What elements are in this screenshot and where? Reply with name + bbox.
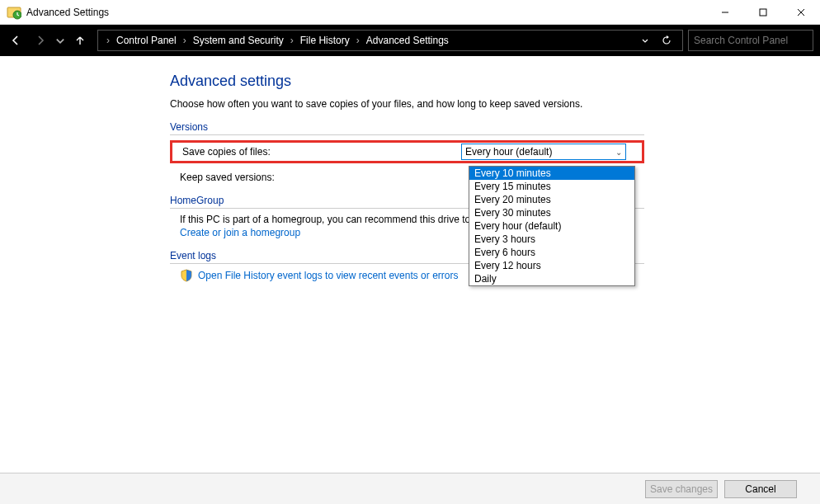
chevron-right-icon: › <box>353 35 363 46</box>
dropdown-option[interactable]: Every 6 hours <box>469 246 634 259</box>
chevron-right-icon[interactable]: › <box>103 35 113 46</box>
close-button[interactable] <box>782 0 820 24</box>
search-box[interactable] <box>688 30 813 51</box>
search-input[interactable] <box>689 35 820 46</box>
bottom-bar: Save changes Cancel <box>0 473 820 504</box>
title-bar: Advanced Settings <box>0 0 820 25</box>
save-copies-row: Save copies of files: Every hour (defaul… <box>170 140 644 163</box>
save-copies-select[interactable]: Every hour (default) ⌄ <box>461 144 626 160</box>
save-copies-dropdown-list[interactable]: Every 10 minutesEvery 15 minutesEvery 20… <box>469 166 635 286</box>
window-title: Advanced Settings <box>26 7 706 18</box>
breadcrumb-segment[interactable]: Advanced Settings <box>363 35 452 46</box>
shield-icon <box>180 269 193 282</box>
chevron-right-icon: › <box>180 35 190 46</box>
dropdown-option[interactable]: Daily <box>469 272 634 285</box>
chevron-right-icon: › <box>287 35 297 46</box>
save-changes-button[interactable]: Save changes <box>645 480 718 498</box>
recent-locations-dropdown[interactable] <box>53 28 68 53</box>
content-area: Advanced settings Choose how often you w… <box>0 56 820 473</box>
dropdown-option[interactable]: Every hour (default) <box>469 219 634 233</box>
cancel-button[interactable]: Cancel <box>724 480 797 498</box>
breadcrumb-segment[interactable]: Control Panel <box>113 35 180 46</box>
dropdown-option[interactable]: Every 12 hours <box>469 259 634 272</box>
dropdown-option[interactable]: Every 30 minutes <box>469 206 634 219</box>
eventlogs-link[interactable]: Open File History event logs to view rec… <box>198 270 458 281</box>
navigation-bar: › Control Panel › System and Security › … <box>0 25 820 56</box>
svg-rect-3 <box>760 9 766 16</box>
breadcrumb[interactable]: › Control Panel › System and Security › … <box>97 30 683 51</box>
dropdown-option[interactable]: Every 15 minutes <box>469 180 634 193</box>
page-description: Choose how often you want to save copies… <box>170 98 820 110</box>
file-history-icon <box>7 5 21 20</box>
dropdown-option[interactable]: Every 3 hours <box>469 233 634 246</box>
minimize-button[interactable] <box>706 0 744 24</box>
keep-versions-label: Keep saved versions: <box>170 172 459 183</box>
save-copies-label: Save copies of files: <box>172 146 461 158</box>
save-copies-value: Every hour (default) <box>465 146 552 158</box>
refresh-button[interactable] <box>656 30 677 51</box>
breadcrumb-segment[interactable]: System and Security <box>190 35 287 46</box>
breadcrumb-segment[interactable]: File History <box>297 35 353 46</box>
page-title: Advanced settings <box>170 73 820 90</box>
address-dropdown-button[interactable] <box>634 30 656 51</box>
up-button[interactable] <box>68 28 92 53</box>
dropdown-option[interactable]: Every 20 minutes <box>469 193 634 206</box>
chevron-down-icon: ⌄ <box>615 148 622 157</box>
section-header-versions: Versions <box>170 121 644 135</box>
back-button[interactable] <box>3 28 28 53</box>
maximize-button[interactable] <box>744 0 782 24</box>
forward-button[interactable] <box>28 28 53 53</box>
dropdown-option[interactable]: Every 10 minutes <box>469 167 634 180</box>
